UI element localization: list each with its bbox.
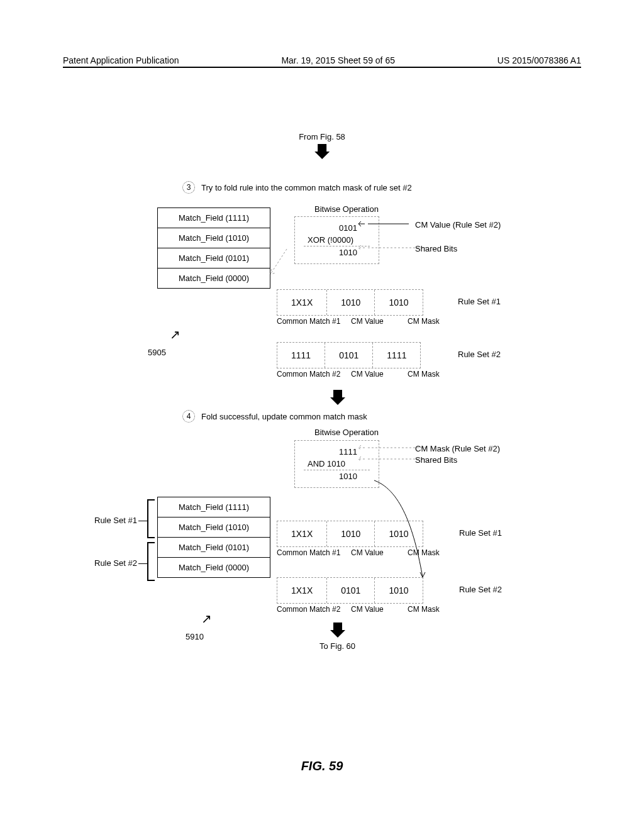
header-mid: Mar. 19, 2015 Sheet 59 of 65 bbox=[281, 55, 395, 65]
rs1-left-label: Rule Set #1 bbox=[94, 516, 137, 525]
match-field-row: Match_Field (1111) bbox=[158, 497, 270, 517]
ruleset1-row-step3: 1X1X 1010 1010 bbox=[277, 289, 423, 316]
cmv-head: CM Value bbox=[351, 317, 384, 326]
header-right: US 2015/0078386 A1 bbox=[497, 55, 581, 65]
common-match: 1X1X bbox=[277, 521, 327, 546]
bracket-rs1 bbox=[147, 499, 155, 538]
cm-value: 1010 bbox=[327, 521, 375, 546]
step-4-text: Fold successful, update common match mas… bbox=[201, 412, 367, 421]
bitop3-note1: CM Value (Rule Set #2) bbox=[415, 220, 501, 230]
ruleset2-label-3: Rule Set #2 bbox=[458, 350, 501, 359]
match-field-row: Match_Field (0101) bbox=[158, 248, 270, 268]
ruleset1-label-3: Rule Set #1 bbox=[458, 297, 501, 306]
match-field-row: Match_Field (0000) bbox=[158, 268, 270, 288]
cm-mask: 1010 bbox=[375, 578, 422, 603]
step-3-number: 3 bbox=[182, 181, 195, 194]
cm1-head: Common Match #1 bbox=[277, 317, 340, 326]
match-field-row: Match_Field (1010) bbox=[158, 517, 270, 538]
cm-mask: 1010 bbox=[375, 521, 422, 546]
cm2-head: Common Match #2 bbox=[277, 370, 340, 379]
match-field-row: Match_Field (1111) bbox=[158, 208, 270, 228]
rs2-left-label: Rule Set #2 bbox=[94, 558, 137, 568]
cm-mask: 1010 bbox=[375, 290, 422, 315]
cmv2-head: CM Value bbox=[351, 370, 384, 379]
reference-5905: 5905 bbox=[148, 348, 166, 357]
bitwise-title-3: Bitwise Operation bbox=[314, 204, 379, 214]
ruleset2-label-4: Rule Set #2 bbox=[459, 585, 502, 594]
arrow-down-bottom bbox=[330, 622, 345, 638]
cm1-head-4: Common Match #1 bbox=[277, 548, 340, 557]
bitop4-note1: CM Mask (Rule Set #2) bbox=[415, 444, 500, 453]
arrow-down-mid bbox=[330, 390, 345, 405]
ruleset2-row-step3: 1111 0101 1111 bbox=[277, 342, 421, 368]
match-field-row: Match_Field (0101) bbox=[158, 538, 270, 558]
from-label: From Fig. 58 bbox=[299, 132, 345, 159]
common-match: 1111 bbox=[277, 343, 325, 368]
cm-mask: 1111 bbox=[373, 343, 420, 368]
nearrow-icon-2: ↗ bbox=[201, 611, 212, 626]
ruleset2-row-step4: 1X1X 0101 1010 bbox=[277, 577, 423, 604]
cm-value: 0101 bbox=[327, 578, 375, 603]
step-3: 3 Try to fold rule into the common match… bbox=[182, 181, 412, 194]
step-3-text: Try to fold rule into the common match m… bbox=[201, 183, 412, 192]
reference-5910: 5910 bbox=[186, 632, 204, 641]
cm-value: 1010 bbox=[327, 290, 375, 315]
figure-body: From Fig. 58 3 Try to fold rule into the… bbox=[63, 101, 581, 792]
ruleset1-row-step4: 1X1X 1010 1010 bbox=[277, 521, 423, 547]
match-field-row: Match_Field (0000) bbox=[158, 558, 270, 577]
step-4-number: 4 bbox=[182, 410, 195, 423]
match-field-row: Match_Field (1010) bbox=[158, 228, 270, 248]
bitop3-note2: Shared Bits bbox=[415, 244, 457, 253]
bitwise-title-4: Bitwise Operation bbox=[314, 428, 379, 437]
bracket-rs2 bbox=[147, 542, 155, 581]
step-4: 4 Fold successful, update common match m… bbox=[182, 410, 367, 423]
match-fields-step4: Match_Field (1111) Match_Field (1010) Ma… bbox=[157, 497, 270, 578]
cmv2-head-4: CM Value bbox=[351, 605, 384, 614]
match-fields-step3: Match_Field (1111) Match_Field (1010) Ma… bbox=[157, 208, 270, 289]
cm-value: 0101 bbox=[325, 343, 373, 368]
cmm2-head-4: CM Mask bbox=[408, 605, 440, 614]
figure-caption: FIG. 59 bbox=[301, 759, 343, 773]
ruleset1-label-4: Rule Set #1 bbox=[459, 528, 502, 538]
common-match: 1X1X bbox=[277, 290, 327, 315]
common-match: 1X1X bbox=[277, 578, 327, 603]
cmm2-head: CM Mask bbox=[408, 370, 440, 379]
cmm-head-4: CM Mask bbox=[408, 548, 440, 557]
header-left: Patent Application Publication bbox=[63, 55, 179, 65]
to-label: To Fig. 60 bbox=[319, 641, 355, 651]
page-header: Patent Application Publication Mar. 19, … bbox=[0, 55, 644, 68]
nearrow-icon: ↗ bbox=[170, 327, 180, 342]
cmm-head: CM Mask bbox=[408, 317, 440, 326]
cmv-head-4: CM Value bbox=[351, 548, 384, 557]
bitop4-note2: Shared Bits bbox=[415, 455, 457, 465]
cm2-head-4: Common Match #2 bbox=[277, 605, 340, 614]
